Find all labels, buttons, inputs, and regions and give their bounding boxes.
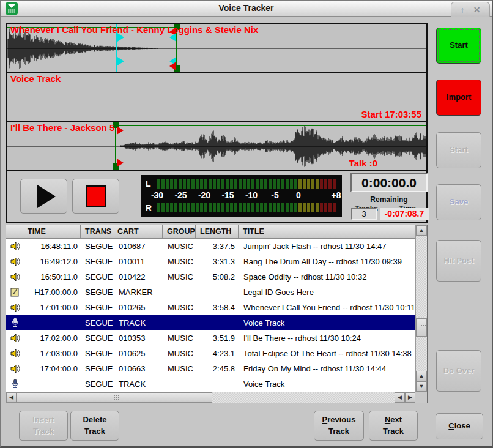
cell-title: Legal ID Goes Here — [239, 288, 415, 297]
microphone-icon — [6, 318, 23, 328]
meter-scale-label: -15 — [221, 190, 234, 200]
track-2-voicetrack[interactable]: Voice Track Start 17:03:55 — [7, 73, 426, 122]
meter-segment — [243, 179, 246, 189]
meter-left-label: L — [146, 179, 151, 189]
meter-segment — [298, 179, 302, 189]
delete-track-button[interactable]: DeleteTrack — [70, 411, 119, 441]
scroll-up-icon[interactable]: ▲ — [416, 371, 427, 381]
meter-segment — [277, 203, 280, 212]
scroll-left-icon[interactable]: ◀ — [6, 392, 17, 403]
meter-segment — [264, 203, 267, 212]
cell-group: MUSIC — [163, 334, 196, 343]
cell-group: MUSIC — [163, 242, 196, 251]
log-row[interactable]: 17:02:00.0SEGUE010353MUSIC3:51.9I'll Be … — [6, 330, 415, 346]
meter-segment — [294, 179, 297, 189]
column-header-title[interactable]: TITLE — [239, 225, 415, 238]
meter-segment — [316, 203, 319, 212]
vertical-scrollbar[interactable]: ▲ ▲ ▼ — [415, 225, 427, 392]
close-icon[interactable]: ✕ — [473, 6, 481, 14]
log-row[interactable]: SEGUETRACKVoice Track — [6, 376, 415, 392]
shade-icon[interactable]: ↑ — [460, 6, 464, 14]
track-3-waveform[interactable]: I'll Be There - Jackson 5 Talk :0 — [7, 122, 426, 171]
log-row[interactable]: 16:48:11.0SEGUE010687MUSIC3:37.5Jumpin' … — [6, 239, 415, 254]
column-header-time[interactable]: TIME — [23, 225, 81, 238]
meter-scale-label: -25 — [174, 190, 187, 200]
meter-segment — [290, 179, 293, 189]
log-row[interactable]: 16:50:11.0SEGUE010422MUSIC5:08.2Space Od… — [6, 269, 415, 285]
meter-scale-label: -5 — [271, 190, 278, 200]
segue-marker-icon[interactable] — [169, 62, 176, 70]
cell-cart: 010663 — [113, 364, 163, 373]
scroll-up-icon[interactable]: ▲ — [416, 225, 427, 236]
meter-segment — [307, 203, 310, 212]
log-row[interactable]: 17:03:00.0SEGUE010625MUSIC4:23.1Total Ec… — [6, 346, 415, 361]
vertical-scroll-track[interactable] — [416, 236, 427, 371]
transport-bar: L R -30-25-20-15-10-50+8 0:00:00.0 Remai… — [7, 171, 426, 222]
track-3-start-line[interactable] — [115, 122, 116, 170]
meter-segment — [303, 179, 306, 189]
horizontal-scroll-thumb[interactable] — [17, 392, 212, 403]
play-button[interactable] — [20, 179, 67, 214]
speaker-icon — [6, 256, 23, 267]
cell-time: H17:00:00.0 — [23, 288, 81, 297]
column-header-icon[interactable] — [6, 225, 23, 238]
cell-cart: TRACK — [113, 379, 163, 389]
log-row-selected[interactable]: SEGUETRACKVoice Track — [6, 315, 415, 330]
scroll-left-icon[interactable]: ◀ — [395, 392, 405, 403]
hit-post-button: Hit Post — [436, 240, 481, 282]
column-header-group[interactable]: GROUP — [163, 225, 196, 238]
scroll-right-icon[interactable]: ▶ — [405, 392, 415, 403]
next-track-button[interactable]: NextTrack — [369, 411, 418, 441]
log-row[interactable]: H17:00:00.0SEGUEMARKERLegal ID Goes Here — [6, 285, 415, 300]
meter-segment — [170, 203, 173, 212]
track-1-waveform[interactable]: Whenever I Call You Friend - Kenny Loggi… — [7, 24, 426, 73]
talk-marker-icon[interactable] — [117, 57, 124, 65]
meter-segment — [328, 179, 332, 189]
horizontal-scrollbar[interactable]: ◀ ◀ ▶ — [6, 392, 415, 403]
meter-scale-label: -30 — [151, 190, 163, 200]
meter-segment — [328, 203, 332, 212]
import-button[interactable]: Import — [436, 80, 481, 116]
cell-title: Friday On My Mind -- rdhost 11/30 14:44 — [239, 364, 415, 373]
previous-track-button[interactable]: PreviousTrack — [314, 411, 364, 441]
log-row[interactable]: 17:01:00.0SEGUE010265MUSIC3:58.4Whenever… — [6, 300, 415, 315]
meter-segment — [213, 179, 216, 189]
track-3-talk-counter: Talk :0 — [349, 158, 377, 168]
close-button[interactable]: Close — [436, 413, 483, 439]
window-title: Voice Tracker — [1, 3, 492, 13]
meter-segment — [183, 179, 186, 189]
meter-segment — [281, 203, 284, 212]
meter-segment — [230, 179, 233, 189]
column-header-cart[interactable]: CART — [113, 225, 163, 238]
save-button: Save — [436, 184, 481, 220]
start-marker-icon[interactable] — [117, 159, 124, 167]
meter-segment — [187, 203, 190, 212]
scroll-down-icon[interactable]: ▼ — [416, 381, 427, 392]
cell-group: MUSIC — [163, 349, 196, 358]
meter-scale-label: -20 — [198, 190, 210, 200]
column-header-trans[interactable]: TRANS — [81, 225, 113, 238]
cell-time: 16:50:11.0 — [23, 272, 81, 282]
vertical-scroll-thumb[interactable] — [416, 318, 427, 337]
insert-track-button: InsertTrack — [19, 411, 68, 441]
cell-group: MUSIC — [163, 303, 196, 312]
meter-segment — [243, 203, 246, 212]
speaker-icon — [6, 364, 23, 374]
log-row[interactable]: 16:49:12.0SEGUE010011MUSIC3:31.3Bang The… — [6, 254, 415, 269]
meter-segment — [294, 203, 297, 212]
log-row[interactable]: 17:04:00.0SEGUE010663MUSIC2:45.8Friday O… — [6, 361, 415, 376]
cell-cart: 010011 — [113, 257, 163, 266]
column-header-length[interactable]: LENGTH — [196, 225, 239, 238]
cell-length: 4:23.1 — [196, 349, 239, 358]
start-marker-icon[interactable] — [117, 126, 124, 135]
cell-trans: SEGUE — [81, 242, 113, 251]
cell-title: Voice Track — [239, 379, 415, 389]
cell-cart: 010265 — [113, 303, 163, 312]
meter-segment — [273, 179, 276, 189]
cell-group: MUSIC — [163, 272, 196, 282]
start-record-button[interactable]: Start — [436, 28, 481, 64]
cell-cart: 010353 — [113, 334, 163, 343]
stop-button[interactable] — [72, 179, 119, 214]
meter-segment — [311, 179, 314, 189]
elapsed-time-display: 0:00:00.0 — [350, 173, 428, 192]
